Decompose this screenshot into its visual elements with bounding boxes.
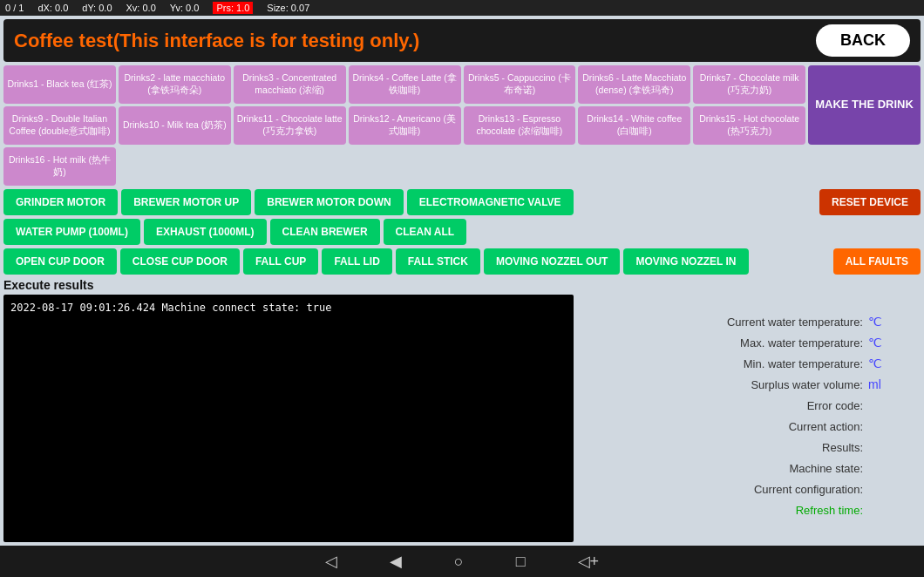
nav-bar: ◁ ◀ ○ □ ◁+ <box>0 546 924 577</box>
clean-all-button[interactable]: CLEAN ALL <box>384 219 467 245</box>
drink-btn-11[interactable]: Drinks11 - Chocolate latte (巧克力拿铁) <box>234 106 346 145</box>
clean-brewer-button[interactable]: CLEAN BREWER <box>270 219 380 245</box>
current-water-value: ℃ <box>868 315 921 329</box>
log-text: 2022-08-17 09:01:26.424 Machine connect … <box>10 302 331 314</box>
water-pump-button[interactable]: WATER PUMP (100ML) <box>3 219 140 245</box>
status-dy: dY: 0.0 <box>82 3 112 13</box>
execute-section: 2022-08-17 09:01:26.424 Machine connect … <box>3 295 921 542</box>
close-cup-door-button[interactable]: CLOSE CUP DOOR <box>120 248 240 275</box>
results-label: Results: <box>689 441 863 454</box>
grinder-motor-button[interactable]: GRINDER MOTOR <box>3 189 118 215</box>
control-row-1: GRINDER MOTOR BREWER MOTOR UP BREWER MOT… <box>3 189 921 215</box>
info-row-machine-state: Machine state: <box>581 458 921 478</box>
drink-btn-9[interactable]: Drinks9 - Double Italian Coffee (double意… <box>3 106 116 145</box>
drink-btn-6[interactable]: Drinks6 - Latte Macchiato (dense) (拿铁玛奇) <box>578 65 690 104</box>
open-cup-door-button[interactable]: OPEN CUP DOOR <box>3 248 117 275</box>
exhaust-button[interactable]: EXHAUST (1000ML) <box>144 219 267 245</box>
execute-right-panel: Current water temperature: ℃ Max. water … <box>581 295 921 542</box>
drink-btn-7[interactable]: Drinks7 - Chocolate milk (巧克力奶) <box>693 65 805 104</box>
page-title: Coffee test(This interface is for testin… <box>14 30 419 52</box>
drink-btn-13[interactable]: Drinks13 - Espresso chocolate (浓缩咖啡) <box>464 106 576 145</box>
brewer-motor-up-button[interactable]: BREWER MOTOR UP <box>121 189 251 215</box>
info-row-current-action: Current action: <box>581 417 921 436</box>
info-row-max-water: Max. water temperature: ℃ <box>581 333 921 352</box>
nav-recents-button[interactable]: □ <box>516 553 526 571</box>
execute-label: Execute results <box>3 278 921 292</box>
drink-btn-10[interactable]: Drinks10 - Milk tea (奶茶) <box>119 106 231 145</box>
info-row-min-water: Min. water temperature: ℃ <box>581 354 921 373</box>
main-content: Coffee test(This interface is for testin… <box>0 16 924 546</box>
current-config-label: Current configuration: <box>689 483 863 496</box>
info-row-refresh-time: Refresh time: <box>581 500 921 519</box>
status-xv: Xv: 0.0 <box>126 3 156 13</box>
fall-cup-button[interactable]: FALL CUP <box>243 248 318 275</box>
drink-btn-16[interactable]: Drinks16 - Hot milk (热牛奶) <box>3 147 116 186</box>
max-water-value: ℃ <box>868 336 921 350</box>
fall-stick-button[interactable]: FALL STICK <box>396 248 480 275</box>
min-water-value: ℃ <box>868 356 921 370</box>
info-row-surplus-water: Surplus water volume: ml <box>581 375 921 394</box>
drink-btn-15[interactable]: Drinks15 - Hot chocolate (热巧克力) <box>693 106 805 145</box>
moving-nozzel-out-button[interactable]: MOVING NOZZEL OUT <box>484 248 620 275</box>
info-row-current-water: Current water temperature: ℃ <box>581 312 921 331</box>
title-main: Coffee test <box>14 30 113 51</box>
min-water-label: Min. water temperature: <box>689 357 863 370</box>
fall-lid-button[interactable]: FALL LID <box>322 248 391 275</box>
max-water-label: Max. water temperature: <box>689 336 863 350</box>
status-bar: 0 / 1 dX: 0.0 dY: 0.0 Xv: 0.0 Yv: 0.0 Pr… <box>0 0 924 16</box>
drink-btn-5[interactable]: Drinks5 - Cappuccino (卡布奇诺) <box>464 65 576 104</box>
status-prs: Prs: 1.0 <box>213 2 253 14</box>
electromagnetic-valve-button[interactable]: ELECTROMAGNETIC VALVE <box>407 189 574 215</box>
make-drink-button[interactable]: MAKE THE DRINK <box>808 65 921 145</box>
drink-btn-14[interactable]: Drinks14 - White coffee (白咖啡) <box>578 106 690 145</box>
drink-btn-2[interactable]: Drinks2 - latte macchiato (拿铁玛奇朵) <box>119 65 231 104</box>
nav-home-button[interactable]: ○ <box>454 553 464 571</box>
brewer-motor-down-button[interactable]: BREWER MOTOR DOWN <box>255 189 403 215</box>
current-water-label: Current water temperature: <box>689 316 863 329</box>
header: Coffee test(This interface is for testin… <box>3 19 921 62</box>
control-row-2: WATER PUMP (100ML) EXHAUST (1000ML) CLEA… <box>3 219 921 245</box>
drink-btn-12[interactable]: Drinks12 - Americano (美式咖啡) <box>349 106 461 145</box>
control-row-3: OPEN CUP DOOR CLOSE CUP DOOR FALL CUP FA… <box>3 248 921 275</box>
machine-state-label: Machine state: <box>689 462 863 475</box>
info-row-current-config: Current configuration: <box>581 479 921 499</box>
reset-device-button[interactable]: RESET DEVICE <box>819 189 921 215</box>
moving-nozzel-in-button[interactable]: MOVING NOZZEL IN <box>623 248 748 275</box>
status-page: 0 / 1 <box>5 3 24 13</box>
nav-back-button[interactable]: ◁ <box>325 552 337 571</box>
current-action-label: Current action: <box>689 420 863 433</box>
all-faults-button[interactable]: ALL FAULTS <box>833 248 921 275</box>
info-row-error-code: Error code: <box>581 396 921 415</box>
status-size: Size: 0.07 <box>267 3 309 13</box>
info-row-results: Results: <box>581 438 921 457</box>
surplus-water-label: Surplus water volume: <box>689 378 863 391</box>
status-yv: Yv: 0.0 <box>170 3 200 13</box>
drink-btn-3[interactable]: Drinks3 - Concentrated macchiato (浓缩) <box>234 65 346 104</box>
back-button[interactable]: BACK <box>816 24 910 57</box>
drink-btn-1[interactable]: Drinks1 - Black tea (红茶) <box>3 65 116 104</box>
drink-btn-4[interactable]: Drinks4 - Coffee Latte (拿铁咖啡) <box>349 65 461 104</box>
execute-log: 2022-08-17 09:01:26.424 Machine connect … <box>3 295 574 542</box>
surplus-water-value: ml <box>868 377 921 391</box>
nav-volume-button[interactable]: ◁+ <box>578 552 600 571</box>
nav-back-alt-button[interactable]: ◀ <box>390 552 402 571</box>
execute-left-panel: 2022-08-17 09:01:26.424 Machine connect … <box>3 295 574 542</box>
error-code-label: Error code: <box>689 399 863 412</box>
title-subtitle: (This interface is for testing only.) <box>113 30 420 51</box>
drinks-grid: Drinks1 - Black tea (红茶) Drinks2 - latte… <box>3 65 921 186</box>
refresh-time-label: Refresh time: <box>689 504 863 517</box>
status-dx: dX: 0.0 <box>37 3 68 13</box>
